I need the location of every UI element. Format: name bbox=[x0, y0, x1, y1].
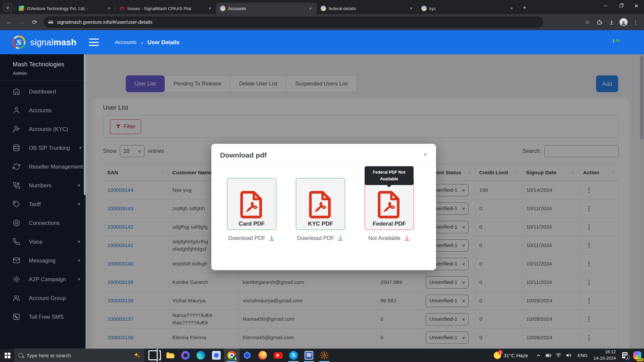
sidebar-toggle-icon[interactable] bbox=[89, 39, 99, 46]
windows-start-icon[interactable] bbox=[0, 349, 15, 362]
sidebar-item[interactable]: OB SIP Trunking ▼ bbox=[0, 138, 86, 157]
browser-menu-icon[interactable]: ⋮ bbox=[631, 17, 641, 27]
sidebar-item[interactable]: Accounts ▼ bbox=[0, 101, 86, 120]
pdf-card-item: Federal PDF Not Available bbox=[365, 178, 414, 241]
sidebar-item[interactable]: Toll Free SMS ▼ bbox=[0, 307, 86, 326]
tab-close-icon[interactable]: × bbox=[207, 6, 213, 11]
tray-icon[interactable] bbox=[534, 349, 543, 362]
sidebar-item[interactable]: Accounts (KYC) ▼ bbox=[0, 120, 86, 138]
tab-close-icon[interactable]: × bbox=[408, 6, 414, 11]
sidebar-item[interactable]: Messaging ▼ bbox=[0, 251, 86, 270]
main-content: User List Pending To Release Delete User… bbox=[86, 54, 644, 349]
taskbar: Type here to search bbox=[0, 349, 644, 362]
sidebar-item-label: Messaging bbox=[29, 257, 68, 264]
tab-title: kyc bbox=[429, 6, 506, 11]
sidebar-item-label: Toll Free SMS bbox=[29, 314, 81, 320]
new-tab-button[interactable]: + bbox=[520, 3, 529, 12]
taskbar-app-icon[interactable] bbox=[270, 349, 286, 362]
profile-avatar-icon[interactable] bbox=[619, 17, 629, 27]
tray-icon[interactable] bbox=[544, 349, 553, 362]
chevron-down-icon: ▼ bbox=[79, 146, 83, 150]
tab-favicon bbox=[19, 6, 24, 11]
breadcrumb-accounts[interactable]: Accounts bbox=[115, 39, 137, 45]
tray-icon[interactable] bbox=[564, 349, 573, 362]
address-bar[interactable]: signalmash.gventure.info/#/user/user-det… bbox=[44, 16, 543, 28]
copilot-icon[interactable]: PRE bbox=[631, 349, 644, 362]
tab-title: Accounts bbox=[228, 6, 305, 11]
sidebar-item[interactable]: A2P Campaign ▼ bbox=[0, 270, 86, 289]
reload-icon[interactable]: ⟳ bbox=[29, 16, 40, 28]
chevron-down-icon: ▼ bbox=[77, 240, 81, 244]
pdf-card[interactable]: Card PDF bbox=[227, 178, 276, 230]
taskbar-app-icon[interactable] bbox=[209, 349, 224, 362]
taskbar-apps: S 1 W bbox=[147, 349, 332, 362]
tray-icon[interactable] bbox=[554, 349, 563, 362]
sidebar-item[interactable]: Reseller Management ▼ bbox=[0, 157, 86, 176]
taskbar-clock[interactable]: 16:12 14-10-2024 bbox=[590, 349, 620, 362]
sidebar-item[interactable]: Account Group ▼ bbox=[0, 289, 86, 307]
sidebar-item[interactable]: Connections ▼ bbox=[0, 214, 86, 232]
pdf-action-label: Not Available bbox=[368, 235, 400, 241]
user-avatar[interactable] bbox=[613, 37, 623, 47]
sidebar-item-label: Dashboard bbox=[29, 88, 81, 95]
tab-close-icon[interactable]: × bbox=[308, 6, 313, 11]
taskbar-app-icon[interactable] bbox=[239, 349, 255, 362]
taskbar-app-icon[interactable] bbox=[224, 349, 239, 362]
bookmark-star-icon[interactable]: ☆ bbox=[582, 17, 592, 27]
tab-favicon bbox=[421, 6, 427, 11]
taskbar-app-icon[interactable] bbox=[162, 349, 178, 362]
browser-tab[interactable]: kyc × bbox=[417, 3, 518, 14]
browser-tab[interactable]: Accounts × bbox=[216, 3, 317, 14]
sidebar-item[interactable]: Dashboard ▼ bbox=[0, 82, 86, 101]
browser-tabstrip: v GVenture Technology Pvt. Ltd. - × Issu… bbox=[0, 0, 644, 14]
taskbar-app-icon[interactable] bbox=[193, 349, 209, 362]
browser-tab[interactable]: GVenture Technology Pvt. Ltd. - × bbox=[15, 3, 115, 14]
forward-icon[interactable]: → bbox=[16, 16, 28, 28]
notification-center-icon[interactable]: 1 bbox=[619, 349, 631, 362]
sidebar-item-label: A2P Campaign bbox=[29, 276, 68, 283]
window-control-button[interactable]: ✕ bbox=[629, 0, 644, 11]
tab-close-icon[interactable]: × bbox=[106, 6, 112, 11]
pdf-file-icon bbox=[239, 190, 264, 221]
sidebar-item[interactable]: Tariff ▼ bbox=[0, 195, 86, 214]
pdf-card-action[interactable]: Download PDF bbox=[228, 235, 275, 241]
weather-widget[interactable]: 1 31°C Haze bbox=[490, 352, 532, 359]
taskbar-app-icon[interactable] bbox=[147, 349, 162, 362]
pdf-card[interactable]: KYC PDF bbox=[296, 178, 345, 230]
tab-close-icon[interactable]: × bbox=[509, 6, 515, 11]
tab-title: GVenture Technology Pvt. Ltd. - bbox=[27, 6, 104, 11]
app-header: signalmash Accounts › User Details bbox=[0, 30, 644, 54]
pdf-cards-row: Card PDF Download PDF KYC PDF bbox=[227, 178, 427, 241]
modal-title: Download pdf bbox=[220, 151, 267, 159]
tab-search-icon[interactable]: v bbox=[3, 2, 13, 12]
downloads-icon[interactable] bbox=[606, 17, 616, 27]
browser-tab[interactable]: Issues - SignalMash CPAAS Plat × bbox=[115, 3, 216, 14]
sidebar-item[interactable]: Numbers ▼ bbox=[0, 176, 86, 195]
taskbar-app-icon[interactable]: S 1 bbox=[286, 349, 301, 362]
sidebar-item-icon bbox=[13, 276, 20, 283]
window-control-button[interactable] bbox=[613, 0, 629, 11]
site-info-icon[interactable] bbox=[48, 19, 54, 25]
pdf-card-action[interactable]: Download PDF bbox=[297, 235, 344, 241]
sidebar-item-icon bbox=[13, 219, 20, 227]
window-control-button[interactable] bbox=[598, 0, 613, 11]
taskbar-app-icon[interactable] bbox=[255, 349, 270, 362]
taskbar-app-icon[interactable]: W bbox=[301, 349, 317, 362]
copilot-sparkle-icon bbox=[133, 352, 141, 359]
language-indicator[interactable]: ENG bbox=[575, 353, 590, 358]
back-icon[interactable]: ← bbox=[3, 16, 15, 28]
pdf-card-item: KYC PDF Download PDF bbox=[296, 178, 345, 241]
close-icon[interactable]: × bbox=[423, 151, 427, 158]
sidebar-item-label: Connections bbox=[29, 220, 81, 226]
taskbar-app-icon[interactable] bbox=[178, 349, 193, 362]
taskbar-search[interactable]: Type here to search bbox=[15, 349, 144, 362]
sidebar-item[interactable]: Voice ▼ bbox=[0, 232, 86, 251]
pdf-card-action[interactable]: Not Available bbox=[368, 235, 410, 241]
taskbar-app-icon[interactable] bbox=[317, 349, 332, 362]
sidebar-item-icon bbox=[13, 88, 20, 95]
extensions-icon[interactable] bbox=[594, 17, 604, 27]
window-control-icon: ✕ bbox=[634, 3, 639, 8]
org-block: Mash Technologies Admin bbox=[0, 54, 86, 81]
sidebar-item-icon bbox=[13, 163, 20, 170]
browser-tab[interactable]: federal-details × bbox=[317, 3, 417, 14]
